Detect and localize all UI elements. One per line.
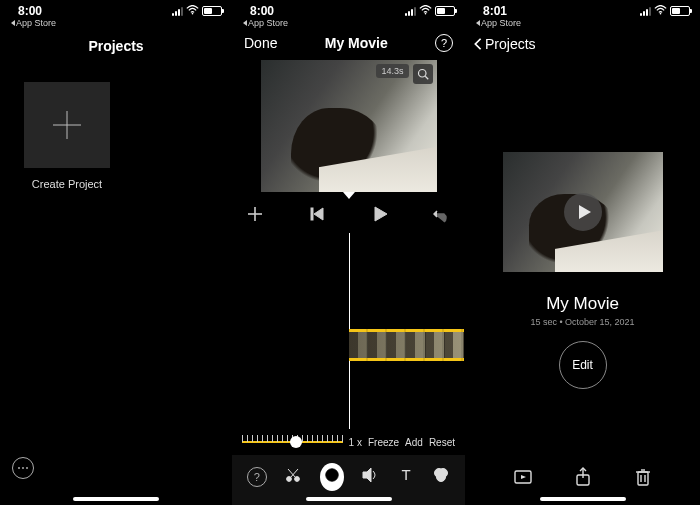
scissors-button[interactable] [284,466,302,488]
projects-screen: 8:00 App Store Projects Create Project [0,0,232,505]
help-button[interactable]: ? [247,467,267,487]
chevron-left-icon [473,37,483,51]
battery-icon [202,6,222,16]
wifi-icon [654,4,667,18]
add-button[interactable]: Add [405,437,423,448]
svg-marker-9 [314,208,323,220]
play-button[interactable] [371,205,389,227]
movie-title: My Movie [465,294,700,314]
battery-icon [670,6,690,16]
status-bar: 8:00 [232,0,465,18]
create-project-label: Create Project [12,178,122,190]
speed-value: 1 x [349,437,362,448]
svg-text:T: T [401,466,410,483]
home-indicator[interactable] [540,497,626,501]
back-button[interactable]: Projects [465,32,700,56]
svg-point-0 [192,13,194,15]
wifi-icon [186,4,199,18]
editor-screen: 8:00 App Store Done My Movie ? 14.3s 1 x… [232,0,465,505]
movie-title: My Movie [325,35,388,51]
cell-signal-icon [640,7,651,16]
play-fullscreen-button[interactable] [513,467,533,491]
create-project-tile[interactable] [24,82,110,168]
svg-line-5 [425,76,428,79]
filters-button[interactable] [432,466,450,488]
wifi-icon [419,4,432,18]
cell-signal-icon [405,7,416,16]
titles-button[interactable]: T [397,466,415,488]
status-time: 8:00 [18,4,42,18]
transport-row [232,199,465,233]
status-time: 8:01 [483,4,507,18]
speed-button[interactable] [320,463,344,491]
add-media-button[interactable] [246,205,264,227]
delete-button[interactable] [633,467,653,491]
svg-point-3 [425,13,427,15]
video-preview[interactable]: 14.3s [261,60,437,192]
ellipsis-icon [18,467,28,469]
timeline[interactable] [232,233,465,429]
slider-knob[interactable] [290,436,302,448]
done-button[interactable]: Done [244,35,277,51]
reset-button[interactable]: Reset [429,437,455,448]
skip-back-button[interactable] [308,205,326,227]
svg-marker-25 [521,475,526,479]
back-to-app[interactable]: App Store [232,18,465,32]
speed-control: 1 x Freeze Add Reset [232,429,465,455]
status-time: 8:00 [250,4,274,18]
freeze-button[interactable]: Freeze [368,437,399,448]
volume-button[interactable] [361,466,379,488]
status-bar: 8:00 [0,0,232,18]
movie-meta: 15 sec • October 15, 2021 [465,317,700,327]
svg-marker-10 [375,207,387,221]
playhead-notch-icon [343,192,355,199]
svg-rect-28 [638,472,648,485]
home-indicator[interactable] [73,497,159,501]
movie-detail-screen: 8:01 App Store Projects My Movie 15 sec … [465,0,700,505]
plus-icon [49,107,85,143]
share-button[interactable] [573,467,593,491]
speed-slider[interactable] [242,433,343,451]
svg-point-21 [437,473,446,482]
status-bar: 8:01 [465,0,700,18]
back-to-app[interactable]: App Store [0,18,232,32]
cell-signal-icon [172,7,183,16]
timecode-label: 14.3s [376,64,408,78]
svg-point-4 [418,70,426,78]
nav-title: Projects [0,32,232,60]
battery-icon [435,6,455,16]
more-button[interactable] [12,457,34,479]
svg-rect-8 [311,208,313,220]
back-to-app[interactable]: App Store [465,18,700,32]
movie-thumbnail[interactable] [503,152,663,272]
bottom-toolbar [465,467,700,491]
play-overlay[interactable] [503,152,663,272]
zoom-button[interactable] [413,64,433,84]
home-indicator[interactable] [306,497,392,501]
undo-button[interactable] [433,205,451,227]
svg-marker-23 [579,205,591,219]
play-icon [576,204,592,220]
svg-point-22 [660,13,662,15]
help-button[interactable]: ? [435,34,453,52]
video-clip[interactable] [349,329,464,361]
edit-button[interactable]: Edit [559,341,607,389]
svg-marker-17 [363,468,371,482]
